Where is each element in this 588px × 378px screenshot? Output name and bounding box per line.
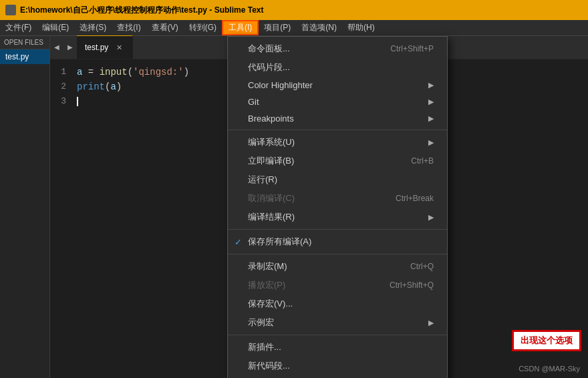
submenu-arrow-icon: ▶: [428, 319, 434, 327]
submenu-arrow-icon: ▶: [428, 114, 434, 123]
dropdown-item-label: Git: [248, 97, 259, 107]
dropdown-item-B[interactable]: 立即编译(B)Ctrl+B: [228, 152, 447, 170]
shortcut-label: Ctrl+Break: [382, 194, 434, 203]
dropdown-item-[interactable]: 新插件...: [228, 338, 447, 357]
dropdown-item-[interactable]: 新代码段...: [228, 357, 447, 375]
tab-test.py[interactable]: test.py✕: [77, 35, 133, 59]
dropdown-menu: 命令面板...Ctrl+Shift+P代码片段...Color Highligh…: [227, 36, 448, 378]
menu-item-I[interactable]: 查找(I): [112, 20, 146, 35]
dropdown-section-3: 录制宏(M)Ctrl+Q播放宏(P)Ctrl+Shift+Q保存宏(V)...示…: [228, 254, 447, 335]
line-number: 1: [50, 65, 77, 79]
window-title: E:\homework\自己小程序\线程控制程序动作\test.py - Sub…: [20, 5, 263, 16]
dropdown-item-label: 保存宏(V)...: [248, 298, 293, 310]
submenu-arrow-icon: ▶: [428, 138, 434, 147]
dropdown-item-M[interactable]: 录制宏(M)Ctrl+Q: [228, 257, 447, 276]
dropdown-section-2: ✓保存所有编译(A): [228, 230, 447, 254]
menu-bar: 文件(F)编辑(E)选择(S)查找(I)查看(V)转到(G)工具(I)项目(P)…: [0, 20, 588, 36]
watermark: CSDN @MAR-Sky: [519, 365, 580, 373]
tab-close-btn[interactable]: ✕: [114, 42, 124, 53]
dropdown-item-C: 取消编译(C)Ctrl+Break: [228, 189, 447, 208]
menu-item-H[interactable]: 帮助(H): [342, 20, 380, 35]
dropdown-item-label: 新插件...: [248, 341, 281, 353]
line-number: 3: [50, 94, 77, 109]
dropdown-item-P: 播放宏(P)Ctrl+Shift+Q: [228, 276, 447, 295]
dropdown-item-label: 新代码段...: [248, 360, 290, 372]
tab-nav-prev[interactable]: ◀: [50, 35, 63, 59]
tab-label: test.py: [85, 43, 108, 52]
dropdown-item-Git[interactable]: Git▶: [228, 93, 447, 110]
dropdown-item-label: Color Highlighter: [248, 80, 313, 90]
dropdown-item-A[interactable]: ✓保存所有编译(A): [228, 232, 447, 251]
annotation-box: 出现这个选项: [512, 330, 581, 351]
shortcut-label: Ctrl+Q: [397, 262, 434, 271]
menu-item-V[interactable]: 查看(V): [146, 20, 184, 35]
tab-nav-next[interactable]: ▶: [63, 35, 77, 59]
line-code[interactable]: a = input('qingsd:'): [77, 65, 189, 79]
dropdown-item-ColorHighlighter[interactable]: Color Highlighter▶: [228, 77, 447, 93]
dropdown-item-label: 立即编译(B): [248, 155, 294, 167]
submenu-arrow-icon: ▶: [428, 81, 434, 89]
line-number: 2: [50, 79, 77, 94]
annotation-text: 出现这个选项: [521, 335, 573, 345]
dropdown-item-label: 保存所有编译(A): [248, 236, 311, 248]
dropdown-item-label: 取消编译(C): [248, 192, 295, 204]
dropdown-item-V[interactable]: 保存宏(V)...: [228, 295, 447, 313]
dropdown-item-label: 编译系统(U): [248, 136, 295, 148]
dropdown-item-R[interactable]: 运行(R): [228, 170, 447, 189]
dropdown-item-R[interactable]: 编译结果(R)▶: [228, 208, 447, 226]
sidebar-file-test.py[interactable]: test.py: [0, 49, 49, 64]
dropdown-section-0: 命令面板...Ctrl+Shift+P代码片段...Color Highligh…: [228, 37, 447, 130]
dropdown-item-U[interactable]: 编译系统(U)▶: [228, 133, 447, 152]
dropdown-item-label: 运行(R): [248, 174, 277, 186]
dropdown-section-1: 编译系统(U)▶立即编译(B)Ctrl+B运行(R)取消编译(C)Ctrl+Br…: [228, 130, 447, 230]
menu-item-E[interactable]: 编辑(E): [37, 20, 74, 35]
dropdown-item-[interactable]: 代码片段...: [228, 58, 447, 77]
title-bar: E:\homework\自己小程序\线程控制程序动作\test.py - Sub…: [0, 0, 588, 20]
dropdown-item-label: 代码片段...: [248, 61, 290, 73]
menu-item-N[interactable]: 首选项(N): [296, 20, 342, 35]
line-code[interactable]: print(a): [77, 79, 122, 94]
dropdown-item-[interactable]: 示例宏▶: [228, 313, 447, 332]
dropdown-section-4: 新插件...新代码段...: [228, 335, 447, 378]
shortcut-label: Ctrl+B: [398, 156, 434, 166]
dropdown-item-label: 命令面板...: [248, 43, 290, 55]
line-code[interactable]: [77, 94, 78, 109]
shortcut-label: Ctrl+Shift+P: [377, 44, 434, 53]
sidebar-header: OPEN FILES: [0, 36, 49, 49]
menu-item-F[interactable]: 文件(F): [0, 20, 37, 35]
menu-item-S[interactable]: 选择(S): [74, 20, 112, 35]
menu-item-G[interactable]: 转到(G): [184, 20, 222, 35]
checkmark-icon: ✓: [235, 237, 242, 247]
dropdown-item-label: Breakpoints: [248, 114, 294, 124]
editor-cursor: [77, 97, 78, 106]
menu-item-I[interactable]: 工具(I): [222, 20, 259, 35]
dropdown-item-label: 播放宏(P): [248, 279, 285, 291]
submenu-arrow-icon: ▶: [428, 213, 434, 222]
dropdown-item-Breakpoints[interactable]: Breakpoints▶: [228, 110, 447, 127]
app-icon: [5, 5, 16, 15]
shortcut-label: Ctrl+Shift+Q: [376, 280, 434, 290]
sidebar: OPEN FILES test.py: [0, 36, 50, 378]
submenu-arrow-icon: ▶: [428, 98, 434, 106]
dropdown-item-label: 示例宏: [248, 317, 274, 329]
dropdown-item-label: 编译结果(R): [248, 211, 295, 223]
menu-item-P[interactable]: 项目(P): [259, 20, 296, 35]
dropdown-item-[interactable]: 命令面板...Ctrl+Shift+P: [228, 39, 447, 58]
dropdown-item-label: 录制宏(M): [248, 260, 287, 272]
